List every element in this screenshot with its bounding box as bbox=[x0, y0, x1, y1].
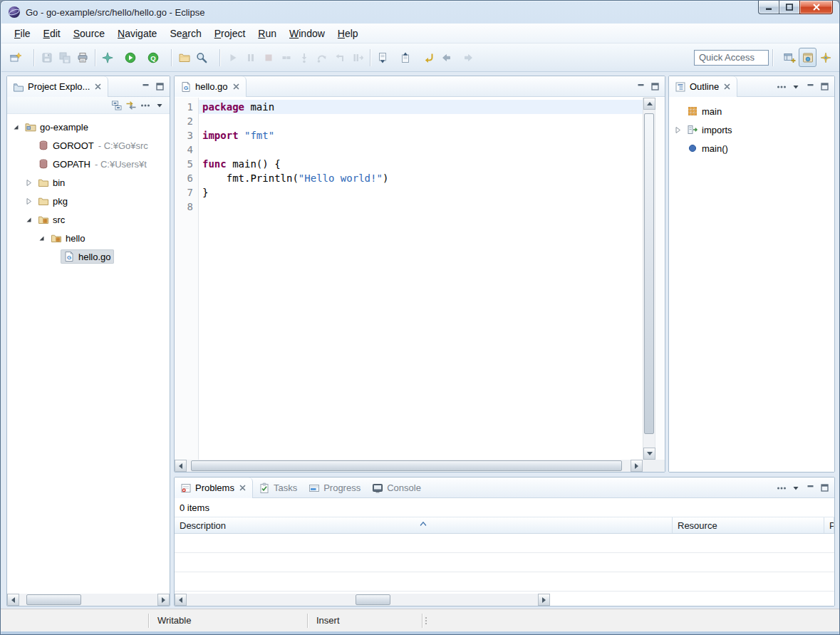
editor-horizontal-scrollbar[interactable] bbox=[175, 460, 643, 472]
scroll-track[interactable] bbox=[187, 460, 631, 472]
scroll-right-arrow[interactable] bbox=[631, 460, 643, 472]
tree-item-bin[interactable]: bin bbox=[7, 173, 170, 192]
title-bar[interactable]: Go - go-example/src/hello/hello.go - Ecl… bbox=[1, 1, 839, 24]
menu-run[interactable]: Run bbox=[252, 25, 283, 42]
tab-outline[interactable]: Outline bbox=[669, 76, 737, 97]
code-line-6[interactable]: fmt.Println("Hello world!") bbox=[199, 171, 643, 185]
maximize-view-button[interactable] bbox=[817, 80, 831, 94]
scroll-thumb[interactable] bbox=[356, 594, 390, 605]
link-with-editor-button[interactable] bbox=[124, 98, 138, 113]
code-line-4[interactable] bbox=[199, 143, 643, 157]
scroll-left-arrow[interactable] bbox=[7, 594, 19, 606]
tree-item-body[interactable]: pkg bbox=[35, 194, 71, 208]
tab-tasks[interactable]: Tasks bbox=[253, 477, 303, 498]
menu-help[interactable]: Help bbox=[331, 25, 365, 42]
prev-annotation-button[interactable] bbox=[397, 48, 420, 67]
outline-item-body[interactable]: imports bbox=[684, 123, 735, 137]
outline-item-main[interactable]: main bbox=[669, 102, 834, 120]
close-tab-icon[interactable] bbox=[94, 83, 102, 91]
tree-item-goroot[interactable]: GOROOT - C:¥Go¥src bbox=[7, 136, 170, 155]
outline-item-body[interactable]: main bbox=[684, 104, 725, 118]
view-menu-button[interactable] bbox=[774, 80, 789, 94]
column-header-resource[interactable]: Resource bbox=[673, 517, 824, 533]
tree-item-src[interactable]: src bbox=[7, 210, 170, 229]
tree-item-body[interactable]: bin bbox=[35, 175, 68, 190]
view-menu-dropdown[interactable] bbox=[152, 98, 167, 113]
code-line-8[interactable] bbox=[199, 200, 643, 214]
window-maximize-button[interactable] bbox=[779, 1, 800, 14]
tab-project-explorer[interactable]: Project Explo... bbox=[7, 76, 108, 97]
minimize-view-button[interactable] bbox=[803, 481, 817, 495]
scroll-thumb[interactable] bbox=[644, 113, 654, 434]
view-menu-dropdown[interactable] bbox=[789, 80, 803, 94]
expander-open-icon[interactable] bbox=[23, 216, 35, 224]
minimize-view-button[interactable] bbox=[138, 80, 152, 94]
scroll-track[interactable] bbox=[187, 594, 538, 606]
perspective-go-button[interactable] bbox=[799, 48, 816, 67]
menu-source[interactable]: Source bbox=[67, 25, 111, 42]
save-all-button[interactable] bbox=[56, 48, 73, 67]
status-grip[interactable] bbox=[425, 616, 427, 625]
scroll-track[interactable] bbox=[19, 594, 157, 606]
print-button[interactable] bbox=[73, 48, 91, 67]
outline-item-main-[interactable]: main() bbox=[669, 139, 834, 158]
resume-button[interactable] bbox=[224, 48, 242, 67]
next-annotation-button[interactable] bbox=[374, 48, 397, 67]
disconnect-button[interactable] bbox=[277, 48, 295, 67]
scroll-right-arrow[interactable] bbox=[538, 594, 550, 606]
code-line-5[interactable]: func main() { bbox=[199, 157, 643, 171]
scroll-down-arrow[interactable] bbox=[643, 448, 655, 460]
column-header-description[interactable]: Description bbox=[175, 517, 673, 533]
new-wizard-button[interactable] bbox=[7, 48, 30, 67]
tree-item-body[interactable]: src bbox=[35, 212, 68, 227]
perspective-other-button[interactable] bbox=[816, 48, 834, 67]
scroll-thumb[interactable] bbox=[26, 594, 82, 605]
explorer-horizontal-scrollbar[interactable] bbox=[7, 594, 170, 606]
tree-item-body[interactable]: hello bbox=[48, 231, 88, 245]
minimize-view-button[interactable] bbox=[803, 80, 817, 94]
view-menu-dropdown[interactable] bbox=[789, 481, 803, 495]
run-tool-button[interactable]: Q bbox=[145, 48, 167, 67]
scroll-up-arrow[interactable] bbox=[643, 98, 655, 110]
run-button[interactable] bbox=[122, 48, 145, 67]
menu-navigate[interactable]: Navigate bbox=[111, 25, 163, 42]
tree-item-body[interactable]: GOPATH bbox=[35, 157, 93, 171]
tab-hello-go[interactable]: G hello.go bbox=[175, 76, 247, 97]
view-menu-button[interactable] bbox=[774, 481, 789, 495]
outline-item-imports[interactable]: imports bbox=[669, 120, 834, 139]
window-minimize-button[interactable] bbox=[758, 1, 779, 14]
open-folder-button[interactable] bbox=[175, 48, 193, 67]
window-close-button[interactable] bbox=[799, 1, 833, 14]
scroll-left-arrow[interactable] bbox=[175, 460, 187, 472]
code-line-3[interactable]: import "fmt" bbox=[199, 128, 643, 143]
step-into-button[interactable] bbox=[295, 48, 313, 67]
minimize-view-button[interactable] bbox=[633, 80, 648, 94]
save-button[interactable] bbox=[38, 48, 56, 67]
menu-file[interactable]: File bbox=[8, 25, 37, 42]
expander-closed-icon[interactable] bbox=[23, 179, 35, 187]
tree-item-body[interactable]: Ghello.go bbox=[61, 249, 114, 264]
scroll-track[interactable] bbox=[643, 110, 655, 448]
close-tab-icon[interactable] bbox=[723, 83, 731, 91]
code-editor[interactable]: package mainimport "fmt"func main() { fm… bbox=[199, 98, 643, 460]
step-over-button[interactable] bbox=[313, 48, 331, 67]
tree-item-hello-go[interactable]: Ghello.go bbox=[7, 247, 170, 266]
close-tab-icon[interactable] bbox=[232, 83, 240, 91]
tree-item-body[interactable]: GOROOT bbox=[35, 138, 97, 153]
suspend-button[interactable] bbox=[242, 48, 259, 67]
tree-item-gopath[interactable]: GOPATH - C:¥Users¥t bbox=[7, 155, 170, 173]
outline-item-body[interactable]: main() bbox=[684, 141, 731, 155]
expander-open-icon[interactable] bbox=[36, 234, 48, 242]
forward-button[interactable] bbox=[460, 48, 483, 67]
collapse-all-button[interactable] bbox=[110, 98, 124, 113]
tree-item-body[interactable]: go-example bbox=[22, 120, 91, 134]
overview-ruler[interactable] bbox=[655, 98, 665, 460]
expander-open-icon[interactable] bbox=[10, 123, 22, 131]
open-perspective-button[interactable] bbox=[781, 48, 799, 67]
tree-item-go-example[interactable]: go-example bbox=[7, 118, 170, 136]
close-tab-icon[interactable] bbox=[239, 484, 247, 492]
step-filters-button[interactable] bbox=[348, 48, 366, 67]
step-return-button[interactable] bbox=[331, 48, 348, 67]
menu-window[interactable]: Window bbox=[283, 25, 331, 42]
terminate-button[interactable] bbox=[259, 48, 277, 67]
